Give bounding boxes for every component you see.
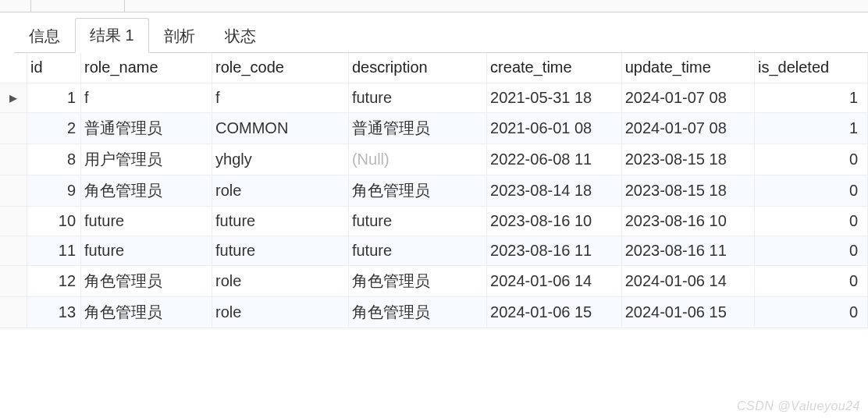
cell-description[interactable]: 普通管理员: [348, 112, 486, 143]
cell-role-name[interactable]: f: [81, 83, 212, 112]
table-row[interactable]: 2普通管理员COMMON普通管理员2021-06-01 082024-01-07…: [0, 112, 868, 143]
cell-update-time[interactable]: 2023-08-15 18: [621, 175, 754, 206]
cell-description[interactable]: 角色管理员: [348, 265, 486, 296]
cell-update-time[interactable]: 2024-01-06 15: [621, 296, 754, 328]
cell-id[interactable]: 9: [27, 175, 81, 206]
cell-role-code[interactable]: future: [212, 236, 349, 265]
cell-role-code[interactable]: COMMON: [212, 112, 349, 143]
cell-create-time[interactable]: 2023-08-16 11: [487, 236, 622, 265]
cell-update-time[interactable]: 2024-01-07 08: [621, 83, 754, 112]
table-row[interactable]: 12角色管理员role角色管理员2024-01-06 142024-01-06 …: [0, 265, 868, 296]
col-header-update-time[interactable]: update_time: [621, 53, 754, 83]
cell-create-time[interactable]: 2022-06-08 11: [487, 143, 622, 175]
cell-create-time[interactable]: 2024-01-06 15: [487, 296, 622, 328]
row-marker: [0, 143, 27, 175]
cell-create-time[interactable]: 2023-08-16 10: [487, 206, 622, 236]
cell-update-time[interactable]: 2024-01-07 08: [621, 112, 754, 143]
cell-role-code[interactable]: yhgly: [212, 143, 349, 175]
row-marker: [0, 112, 27, 143]
cell-update-time[interactable]: 2023-08-16 11: [621, 236, 754, 265]
cell-id[interactable]: 13: [27, 296, 81, 328]
cell-role-code[interactable]: role: [212, 265, 349, 296]
cell-role-name[interactable]: 角色管理员: [81, 296, 212, 328]
cell-update-time[interactable]: 2023-08-16 10: [621, 206, 754, 236]
cell-create-time[interactable]: 2023-08-14 18: [487, 175, 622, 206]
row-marker: ▸: [0, 83, 27, 112]
cell-id[interactable]: 1: [27, 83, 81, 112]
cell-role-name[interactable]: 角色管理员: [81, 175, 212, 206]
cell-is-deleted[interactable]: 0: [754, 296, 867, 328]
table-row[interactable]: 9角色管理员role角色管理员2023-08-14 182023-08-15 1…: [0, 175, 868, 206]
grid-header: id role_name role_code description creat…: [0, 53, 868, 83]
row-marker: [0, 236, 27, 265]
cell-is-deleted[interactable]: 0: [754, 265, 867, 296]
tab-status[interactable]: 状态: [210, 19, 271, 53]
watermark: CSDN @Valueyou24: [737, 399, 860, 413]
cell-role-code[interactable]: role: [212, 296, 349, 328]
cell-id[interactable]: 10: [27, 206, 81, 236]
cell-description[interactable]: future: [348, 83, 486, 112]
result-grid[interactable]: id role_name role_code description creat…: [0, 53, 868, 328]
cell-id[interactable]: 8: [27, 143, 81, 175]
cell-role-name[interactable]: 普通管理员: [81, 112, 212, 143]
col-header-description[interactable]: description: [348, 53, 486, 83]
cell-create-time[interactable]: 2021-05-31 18: [487, 83, 622, 112]
cell-description[interactable]: (Null): [348, 143, 486, 175]
cell-role-name[interactable]: future: [81, 236, 212, 265]
col-header-id[interactable]: id: [27, 53, 81, 83]
tab-result-1[interactable]: 结果 1: [75, 18, 149, 53]
cell-is-deleted[interactable]: 0: [754, 236, 867, 265]
table-row[interactable]: 13角色管理员role角色管理员2024-01-06 152024-01-06 …: [0, 296, 868, 328]
cell-is-deleted[interactable]: 0: [754, 175, 867, 206]
row-marker: [0, 265, 27, 296]
table-row[interactable]: ▸1fffuture2021-05-31 182024-01-07 081: [0, 83, 868, 112]
cell-description[interactable]: 角色管理员: [348, 296, 486, 328]
result-tabs: 信息 结果 1 剖析 状态: [14, 12, 868, 53]
cell-role-name[interactable]: future: [81, 206, 212, 236]
cell-description[interactable]: future: [348, 206, 486, 236]
row-marker: [0, 175, 27, 206]
window-toolbar-placeholder: [0, 0, 868, 12]
cell-role-code[interactable]: future: [212, 206, 349, 236]
row-marker: [0, 296, 27, 328]
col-header-role-name[interactable]: role_name: [81, 53, 212, 83]
cell-is-deleted[interactable]: 0: [754, 143, 867, 175]
table-row[interactable]: 8用户管理员yhgly(Null)2022-06-08 112023-08-15…: [0, 143, 868, 175]
cell-id[interactable]: 11: [27, 236, 81, 265]
cell-create-time[interactable]: 2024-01-06 14: [487, 265, 622, 296]
row-marker-header: [0, 53, 27, 83]
row-marker: [0, 206, 27, 236]
col-header-role-code[interactable]: role_code: [212, 53, 349, 83]
cell-role-code[interactable]: f: [212, 83, 349, 112]
cell-id[interactable]: 12: [27, 265, 81, 296]
tab-profile[interactable]: 剖析: [149, 19, 210, 53]
cell-is-deleted[interactable]: 0: [754, 206, 867, 236]
cell-role-name[interactable]: 用户管理员: [81, 143, 212, 175]
table-row[interactable]: 10futurefuturefuture2023-08-16 102023-08…: [0, 206, 868, 236]
tab-info[interactable]: 信息: [14, 19, 75, 53]
cell-id[interactable]: 2: [27, 112, 81, 143]
cell-update-time[interactable]: 2024-01-06 14: [621, 265, 754, 296]
col-header-create-time[interactable]: create_time: [487, 53, 622, 83]
cell-is-deleted[interactable]: 1: [754, 112, 867, 143]
cell-create-time[interactable]: 2021-06-01 08: [487, 112, 622, 143]
cell-update-time[interactable]: 2023-08-15 18: [621, 143, 754, 175]
col-header-is-deleted[interactable]: is_deleted: [754, 53, 867, 83]
cell-description[interactable]: future: [348, 236, 486, 265]
table-row[interactable]: 11futurefuturefuture2023-08-16 112023-08…: [0, 236, 868, 265]
cell-description[interactable]: 角色管理员: [348, 175, 486, 206]
cell-role-code[interactable]: role: [212, 175, 349, 206]
cell-is-deleted[interactable]: 1: [754, 83, 867, 112]
cell-role-name[interactable]: 角色管理员: [81, 265, 212, 296]
